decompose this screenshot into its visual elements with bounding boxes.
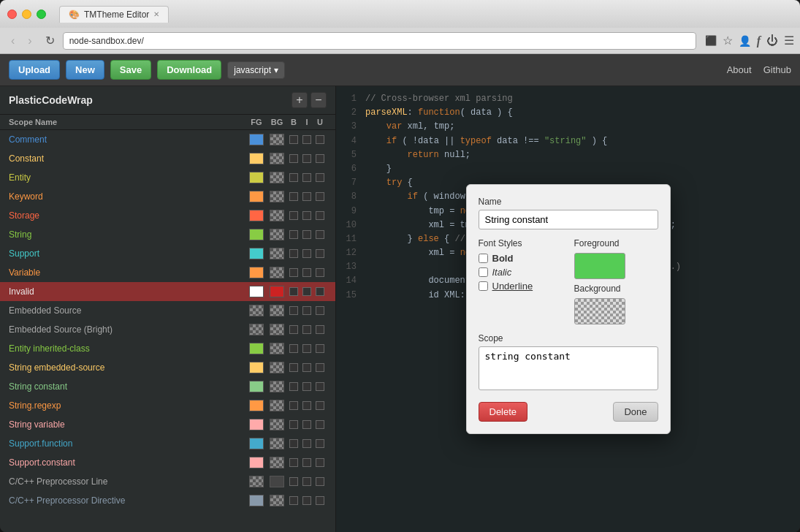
- scope-field: Scope string constant: [479, 333, 658, 393]
- add-scope-button[interactable]: +: [292, 92, 308, 108]
- name-label: Name: [479, 197, 658, 207]
- bookmark-icon[interactable]: ☆: [723, 34, 733, 48]
- bold-checkbox[interactable]: [479, 254, 488, 263]
- foreground-label: Foreground: [574, 238, 658, 248]
- save-button[interactable]: Save: [110, 60, 151, 80]
- reload-button[interactable]: ↻: [40, 33, 60, 49]
- scope-label-6: Support: [9, 248, 246, 259]
- scope-row-7[interactable]: Variable: [0, 263, 335, 282]
- scope-row-13[interactable]: String constant: [0, 377, 335, 396]
- title-bar: 🎨 TMTheme Editor ✕: [0, 0, 800, 28]
- remove-scope-button[interactable]: −: [311, 92, 327, 108]
- scope-row-11[interactable]: Entity inherited-class: [0, 339, 335, 358]
- underline-checkbox[interactable]: [479, 281, 488, 291]
- scope-row-8[interactable]: Invalid: [0, 282, 335, 301]
- col-u: U: [313, 118, 327, 126]
- scope-label-9: Embedded Source: [9, 305, 246, 316]
- background-label: Background: [574, 284, 658, 294]
- browser-tab[interactable]: 🎨 TMTheme Editor ✕: [59, 6, 169, 23]
- scope-label-4: Storage: [9, 210, 246, 221]
- tab-icon: 🎨: [69, 10, 80, 20]
- scope-list: Comment Constant Entity: [0, 130, 335, 532]
- about-link[interactable]: About: [727, 64, 752, 75]
- col-fg: FG: [246, 118, 267, 126]
- scope-row-16[interactable]: Support.function: [0, 434, 335, 453]
- underline-checkbox-label[interactable]: Underline: [479, 281, 563, 292]
- background-color-preview[interactable]: [574, 298, 625, 324]
- scope-label-8: Invalid: [9, 286, 246, 297]
- scope-row-6[interactable]: Support: [0, 244, 335, 263]
- maximize-button[interactable]: [37, 10, 46, 19]
- main-content: PlasticCodeWrap + − Scope Name FG BG B I…: [0, 86, 800, 532]
- underline-label: Underline: [492, 281, 533, 292]
- download-button[interactable]: Download: [157, 60, 221, 80]
- modal-footer: Delete Done: [479, 402, 658, 422]
- scope-label-0: Comment: [9, 134, 246, 145]
- toolbar: Upload New Save Download javascript ▾ Ab…: [0, 54, 800, 86]
- scope-row-14[interactable]: String.regexp: [0, 396, 335, 415]
- nav-icons: ⬛ ☆ 👤 f ⏻ ☰: [705, 34, 794, 48]
- avatar-icon[interactable]: 👤: [739, 35, 751, 47]
- scope-label-12: String embedded-source: [9, 362, 246, 373]
- scope-row-12[interactable]: String embedded-source: [0, 358, 335, 377]
- tab-close-button[interactable]: ✕: [153, 10, 159, 18]
- language-select[interactable]: javascript ▾: [227, 61, 285, 79]
- theme-buttons: + −: [292, 92, 327, 108]
- scope-label-14: String.regexp: [9, 400, 246, 411]
- scope-label-2: Entity: [9, 172, 246, 183]
- scope-label-1: Constant: [9, 153, 246, 164]
- foreground-color-preview[interactable]: [574, 253, 625, 279]
- forward-button[interactable]: ›: [23, 33, 37, 49]
- font-styles-col: Font Styles Bold Italic Un: [479, 238, 563, 324]
- power-icon[interactable]: ⏻: [766, 34, 778, 48]
- name-input[interactable]: [479, 210, 658, 229]
- traffic-lights: [7, 10, 46, 19]
- italic-checkbox-label[interactable]: Italic: [479, 267, 563, 278]
- scope-row-3[interactable]: Keyword: [0, 187, 335, 206]
- address-bar[interactable]: node-sandbox.dev/: [63, 32, 696, 50]
- scope-row-4[interactable]: Storage: [0, 206, 335, 225]
- toolbar-right: About Github: [727, 64, 791, 75]
- scope-row-0[interactable]: Comment: [0, 130, 335, 149]
- scope-label-5: String: [9, 229, 246, 240]
- font-fg-row: Font Styles Bold Italic Un: [479, 238, 658, 324]
- dropdown-icon: ▾: [274, 65, 278, 75]
- delete-button[interactable]: Delete: [479, 402, 528, 422]
- scope-textarea[interactable]: string constant: [479, 346, 658, 390]
- edit-scope-modal: Name Font Styles Bold: [466, 184, 671, 434]
- upload-button[interactable]: Upload: [9, 60, 60, 80]
- font-icon[interactable]: f: [757, 34, 761, 48]
- scope-label-10: Embedded Source (Bright): [9, 324, 246, 335]
- col-b: B: [287, 118, 300, 126]
- minimize-button[interactable]: [22, 10, 31, 19]
- scope-row-2[interactable]: Entity: [0, 168, 335, 187]
- bold-checkbox-label[interactable]: Bold: [479, 253, 563, 264]
- scope-row-17[interactable]: Support.constant: [0, 453, 335, 472]
- scope-column-headers: Scope Name FG BG B I U: [0, 115, 335, 130]
- scope-label-15: String variable: [9, 419, 246, 430]
- code-panel: 1 // Cross-browser xml parsing 2 parseXM…: [336, 86, 800, 532]
- scope-row-19[interactable]: C/C++ Preprocessor Directive: [0, 491, 335, 510]
- scope-label-19: C/C++ Preprocessor Directive: [9, 495, 246, 506]
- language-label: javascript: [234, 65, 271, 75]
- scope-row-10[interactable]: Embedded Source (Bright): [0, 320, 335, 339]
- theme-name: PlasticCodeWrap: [9, 94, 93, 106]
- menu-icon[interactable]: ☰: [784, 34, 794, 48]
- done-button[interactable]: Done: [613, 402, 658, 422]
- scope-label-3: Keyword: [9, 191, 246, 202]
- tab-title: TMTheme Editor: [84, 10, 149, 20]
- close-button[interactable]: [7, 10, 17, 19]
- scope-row-1[interactable]: Constant: [0, 149, 335, 168]
- github-link[interactable]: Github: [763, 64, 791, 75]
- scope-row-15[interactable]: String variable: [0, 415, 335, 434]
- back-button[interactable]: ‹: [6, 33, 20, 49]
- italic-checkbox[interactable]: [479, 267, 488, 277]
- extension-icon[interactable]: ⬛: [705, 35, 717, 46]
- colors-col: Foreground Background: [574, 238, 658, 324]
- new-button[interactable]: New: [66, 60, 104, 80]
- modal-overlay: Name Font Styles Bold: [336, 86, 800, 532]
- scope-row-18[interactable]: C/C++ Preprocessor Line: [0, 472, 335, 491]
- scope-row-9[interactable]: Embedded Source: [0, 301, 335, 320]
- scope-row-5[interactable]: String: [0, 225, 335, 244]
- scope-label-13: String constant: [9, 381, 246, 392]
